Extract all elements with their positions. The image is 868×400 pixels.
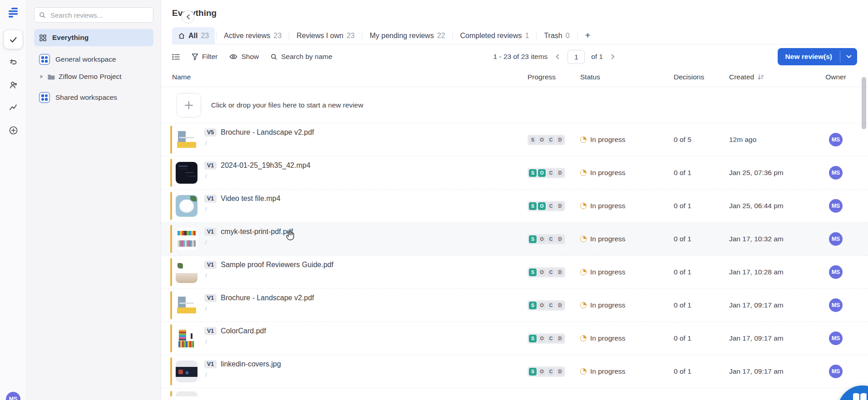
view-options-button[interactable] bbox=[172, 54, 180, 60]
review-name[interactable]: Video test file.mp4 bbox=[221, 195, 280, 203]
page-number-input[interactable] bbox=[567, 50, 585, 64]
progress-chip-opened: O bbox=[538, 235, 546, 243]
review-name-cell: V1 Brochure - Landscape v2.pdf / bbox=[172, 289, 528, 322]
rail-item-reviews[interactable] bbox=[4, 30, 23, 49]
status-text: In progress bbox=[590, 367, 626, 376]
review-path: / bbox=[204, 140, 314, 146]
progress-chip-submitted: S bbox=[529, 202, 537, 210]
owner-avatar[interactable]: MS bbox=[829, 232, 843, 246]
table-row[interactable]: V1 Video test file.mp4 / S O C D In prog… bbox=[161, 190, 868, 223]
sidebar-item-shared-workspaces[interactable]: Shared workspaces bbox=[34, 89, 153, 106]
tab-completed-reviews[interactable]: Completed reviews 1 bbox=[454, 27, 535, 44]
column-header-progress[interactable]: Progress bbox=[528, 73, 577, 81]
progress-chip-commented: C bbox=[547, 235, 555, 243]
owner-avatar[interactable]: MS bbox=[829, 298, 843, 312]
table-row[interactable]: V1 ColorCard.pdf / S O C D In progress bbox=[161, 322, 868, 355]
review-name[interactable]: Sample proof Reviewers Guide.pdf bbox=[221, 261, 333, 269]
owner-avatar[interactable]: MS bbox=[829, 133, 843, 146]
tab-all[interactable]: All 23 bbox=[172, 27, 215, 44]
review-name[interactable]: cmyk-test-print-pdf.pdf bbox=[221, 228, 293, 236]
next-page-button[interactable] bbox=[609, 53, 616, 60]
review-name-cell: V1 Sample proof Reviewers Guide.pdf / bbox=[172, 256, 528, 288]
new-review-dropdown-button[interactable] bbox=[840, 48, 857, 65]
file-dropzone[interactable]: Click or drop your files here to start a… bbox=[161, 87, 868, 123]
show-button[interactable]: Show bbox=[229, 53, 259, 61]
progress-cell: S O C D bbox=[528, 300, 577, 311]
search-icon bbox=[39, 12, 46, 19]
progress-chip-submitted: S bbox=[529, 169, 537, 177]
search-reviews-input[interactable] bbox=[49, 11, 148, 20]
sidebar-item-general-workspace[interactable]: General workspace bbox=[34, 51, 153, 68]
decisions-cell: 0 of 1 bbox=[668, 301, 723, 309]
file-thumbnail[interactable] bbox=[176, 361, 197, 382]
review-name[interactable]: linkedin-covers.jpg bbox=[221, 360, 281, 368]
owner-avatar[interactable]: MS bbox=[829, 166, 843, 180]
column-header-status[interactable]: Status bbox=[577, 73, 668, 81]
ziflow-logo[interactable] bbox=[7, 7, 19, 18]
table-row[interactable]: V5 Brochure - Landscape v2.pdf / S O C D… bbox=[161, 123, 868, 156]
column-header-decisions[interactable]: Decisions bbox=[668, 73, 723, 81]
filter-button[interactable]: Filter bbox=[192, 53, 217, 61]
column-header-name[interactable]: Name bbox=[172, 73, 528, 81]
progress-chip-opened: O bbox=[538, 268, 546, 276]
version-badge: V1 bbox=[204, 261, 217, 269]
sidebar-item-label: Everything bbox=[52, 34, 89, 42]
version-badge: V1 bbox=[204, 228, 217, 236]
search-by-name-button[interactable]: Search by name bbox=[271, 53, 332, 61]
rail-item-create[interactable] bbox=[4, 121, 23, 140]
new-review-button[interactable]: New review(s) bbox=[778, 48, 840, 65]
owner-avatar[interactable]: MS bbox=[829, 365, 843, 378]
review-name[interactable]: Brochure - Landscape v2.pdf bbox=[221, 128, 314, 137]
table-row[interactable]: V1 cmyk-test-print-pdf.pdf / S O C D In … bbox=[161, 223, 868, 256]
tab-trash[interactable]: Trash 0 bbox=[538, 27, 575, 44]
owner-avatar[interactable]: MS bbox=[829, 332, 843, 345]
add-tab-button[interactable]: + bbox=[579, 27, 597, 44]
rail-item-integrations[interactable] bbox=[4, 53, 23, 72]
version-badge: V1 bbox=[204, 195, 217, 203]
owner-avatar[interactable]: MS bbox=[829, 265, 843, 279]
previous-page-button[interactable] bbox=[554, 53, 561, 60]
review-path: / bbox=[204, 206, 281, 213]
file-thumbnail[interactable] bbox=[176, 261, 197, 283]
review-name[interactable]: Brochure - Landscape v2.pdf bbox=[221, 294, 314, 302]
file-thumbnail[interactable] bbox=[176, 294, 197, 316]
tab-separator bbox=[289, 32, 289, 39]
owner-cell: MS bbox=[816, 166, 856, 180]
column-header-owner[interactable]: Owner bbox=[816, 73, 856, 81]
table-row[interactable]: V1 Brochure - Landscape v2.pdf / S O C D… bbox=[161, 289, 868, 322]
tab-active-reviews[interactable]: Active reviews 23 bbox=[218, 27, 287, 44]
status-cell: In progress bbox=[577, 169, 668, 177]
review-name[interactable]: 2024-01-25_19h35_42.mp4 bbox=[221, 161, 311, 170]
table-row[interactable]: V1 Sample proof Reviewers Guide.pdf / S … bbox=[161, 256, 868, 289]
file-thumbnail[interactable] bbox=[176, 195, 197, 217]
file-thumbnail[interactable] bbox=[176, 129, 197, 151]
table-row[interactable]: V1 linkedin-covers.jpg / S O C D In prog… bbox=[161, 355, 868, 388]
sidebar-item-ziflow-demo-project[interactable]: Ziflow Demo Project bbox=[34, 69, 153, 84]
table-row[interactable]: V1 2024-01-25_19h35_42.mp4 / S O C D In … bbox=[161, 156, 868, 190]
user-avatar[interactable]: MS bbox=[6, 392, 20, 400]
sidebar-item-everything[interactable]: Everything bbox=[34, 29, 153, 46]
version-badge: V5 bbox=[204, 128, 217, 137]
tab-my-pending-reviews[interactable]: My pending reviews 22 bbox=[364, 27, 451, 44]
chevron-right-icon[interactable] bbox=[39, 74, 44, 79]
file-thumbnail[interactable] bbox=[176, 228, 197, 250]
version-badge: V1 bbox=[204, 161, 217, 170]
review-name[interactable]: ColorCard.pdf bbox=[221, 327, 266, 335]
chart-icon bbox=[9, 103, 18, 112]
status-text: In progress bbox=[590, 235, 626, 243]
progress-cell: S O C D bbox=[528, 201, 577, 211]
rail-item-people[interactable] bbox=[4, 75, 23, 94]
rail-item-insights[interactable] bbox=[4, 98, 23, 117]
sidebar-collapse-button[interactable] bbox=[182, 10, 194, 23]
column-header-created[interactable]: Created bbox=[723, 73, 816, 81]
row-accent-bar bbox=[170, 258, 172, 286]
scrollbar-thumb[interactable] bbox=[862, 77, 866, 129]
owner-avatar[interactable]: MS bbox=[829, 199, 843, 213]
sort-descending-icon[interactable] bbox=[757, 74, 764, 80]
progress-cell: S O C D bbox=[528, 234, 577, 244]
file-thumbnail[interactable] bbox=[176, 327, 197, 349]
tab-reviews-i-own[interactable]: Reviews I own 23 bbox=[291, 27, 360, 44]
file-thumbnail[interactable] bbox=[176, 162, 197, 184]
progress-chip-decided: D bbox=[556, 335, 564, 342]
progress-chip-decided: D bbox=[556, 268, 564, 276]
